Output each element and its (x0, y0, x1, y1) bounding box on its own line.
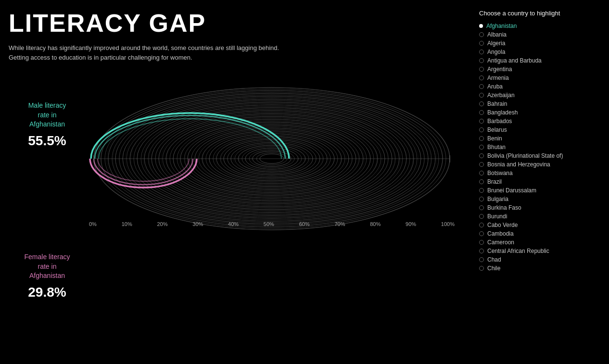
country-name: Albania (487, 31, 507, 38)
country-item[interactable]: Burkina Faso (479, 203, 604, 212)
country-list: AfghanistanAlbaniaAlgeriaAngolaAntigua a… (479, 22, 604, 273)
country-item[interactable]: Barbados (479, 117, 604, 126)
country-name: Bhutan (487, 144, 506, 151)
female-label-text: Female literacyrate inAfghanistan (9, 252, 86, 281)
country-radio[interactable] (479, 214, 484, 219)
country-name: Brazil (487, 178, 502, 185)
country-radio[interactable] (479, 162, 484, 167)
country-item[interactable]: Burundi (479, 212, 604, 221)
axis-100: 100% (441, 221, 455, 227)
axis-70: 70% (334, 221, 345, 227)
country-name: Argentina (487, 66, 512, 73)
country-item[interactable]: Bolivia (Plurinational State of) (479, 151, 604, 160)
country-radio[interactable] (479, 249, 484, 253)
country-name: Barbados (487, 118, 512, 125)
country-radio[interactable] (479, 127, 484, 132)
country-radio[interactable] (479, 75, 484, 80)
country-radio[interactable] (479, 93, 484, 98)
country-radio[interactable] (479, 24, 483, 28)
country-name: Chile (487, 265, 500, 272)
country-radio[interactable] (479, 231, 484, 236)
country-name: Antigua and Barbuda (487, 57, 542, 64)
axis-0: 0% (89, 221, 97, 227)
country-item[interactable]: Benin (479, 134, 604, 143)
country-radio[interactable] (479, 153, 484, 158)
male-label-text: Male literacyrate inAfghanistan (9, 101, 86, 129)
country-item[interactable]: Bangladesh (479, 108, 604, 117)
country-radio[interactable] (479, 171, 484, 176)
country-radio[interactable] (479, 67, 484, 72)
country-item[interactable]: Bosnia and Herzegovina (479, 160, 604, 169)
country-item[interactable]: Angola (479, 48, 604, 56)
country-item[interactable]: Brazil (479, 177, 604, 186)
country-item[interactable]: Argentina (479, 65, 604, 74)
country-name: Cambodia (487, 230, 514, 237)
country-radio[interactable] (479, 145, 484, 150)
country-sidebar[interactable]: Choose a country to highlight Afghanista… (479, 10, 604, 363)
country-radio[interactable] (479, 266, 484, 271)
country-name: Benin (487, 135, 502, 142)
country-item[interactable]: Cameroon (479, 238, 604, 247)
country-item[interactable]: Central African Republic (479, 247, 604, 255)
country-radio[interactable] (479, 179, 484, 184)
country-item[interactable]: Belarus (479, 126, 604, 134)
country-item[interactable]: Bhutan (479, 143, 604, 151)
country-radio[interactable] (479, 101, 484, 106)
country-name: Burkina Faso (487, 204, 521, 211)
country-item[interactable]: Bulgaria (479, 195, 604, 203)
country-radio[interactable] (479, 257, 484, 262)
country-item[interactable]: Algeria (479, 39, 604, 48)
female-rate-value: 29.8% (9, 285, 86, 300)
country-item[interactable]: Chile (479, 264, 604, 273)
country-item[interactable]: Brunei Darussalam (479, 186, 604, 195)
country-name: Azerbaijan (487, 92, 515, 99)
country-name: Armenia (487, 75, 509, 81)
country-radio[interactable] (479, 110, 484, 115)
axis-labels: 0% 10% 20% 30% 40% 50% 60% 70% 80% 90% 1… (89, 221, 455, 227)
axis-80: 80% (370, 221, 381, 227)
country-radio[interactable] (479, 223, 484, 227)
country-name: Bahrain (487, 100, 507, 107)
axis-20: 20% (157, 221, 167, 227)
country-radio[interactable] (479, 41, 484, 46)
country-name: Bulgaria (487, 196, 508, 202)
country-item[interactable]: Botswana (479, 169, 604, 177)
country-radio[interactable] (479, 188, 484, 193)
country-radio[interactable] (479, 84, 484, 89)
chart-svg (89, 82, 455, 236)
country-radio[interactable] (479, 197, 484, 201)
country-item[interactable]: Antigua and Barbuda (479, 56, 604, 65)
country-item[interactable]: Cambodia (479, 229, 604, 238)
axis-30: 30% (192, 221, 203, 227)
country-name: Cameroon (487, 239, 514, 246)
country-item[interactable]: Afghanistan (479, 22, 604, 30)
country-item[interactable]: Albania (479, 30, 604, 39)
axis-40: 40% (228, 221, 239, 227)
page-subtitle: While literacy has significantly improve… (9, 43, 279, 62)
country-radio[interactable] (479, 136, 484, 141)
country-name: Bolivia (Plurinational State of) (487, 152, 563, 159)
country-name: Botswana (487, 170, 513, 176)
male-literacy-label: Male literacyrate inAfghanistan 55.5% (9, 101, 86, 149)
country-radio[interactable] (479, 58, 484, 63)
country-radio[interactable] (479, 119, 484, 124)
country-item[interactable]: Azerbaijan (479, 91, 604, 100)
country-item[interactable]: Chad (479, 255, 604, 264)
country-name: Angola (487, 49, 505, 55)
country-name: Burundi (487, 213, 507, 220)
country-radio[interactable] (479, 50, 484, 54)
country-item[interactable]: Armenia (479, 74, 604, 82)
sidebar-title: Choose a country to highlight (479, 10, 604, 17)
country-name: Chad (487, 256, 501, 263)
axis-50: 50% (264, 221, 274, 227)
country-radio[interactable] (479, 32, 484, 37)
country-item[interactable]: Aruba (479, 82, 604, 91)
country-name: Brunei Darussalam (487, 187, 536, 194)
country-name: Cabo Verde (487, 222, 518, 228)
country-radio[interactable] (479, 240, 484, 245)
country-item[interactable]: Bahrain (479, 100, 604, 108)
country-item[interactable]: Cabo Verde (479, 221, 604, 229)
country-name: Central African Republic (487, 248, 549, 254)
country-radio[interactable] (479, 205, 484, 210)
male-rate-value: 55.5% (9, 133, 86, 149)
